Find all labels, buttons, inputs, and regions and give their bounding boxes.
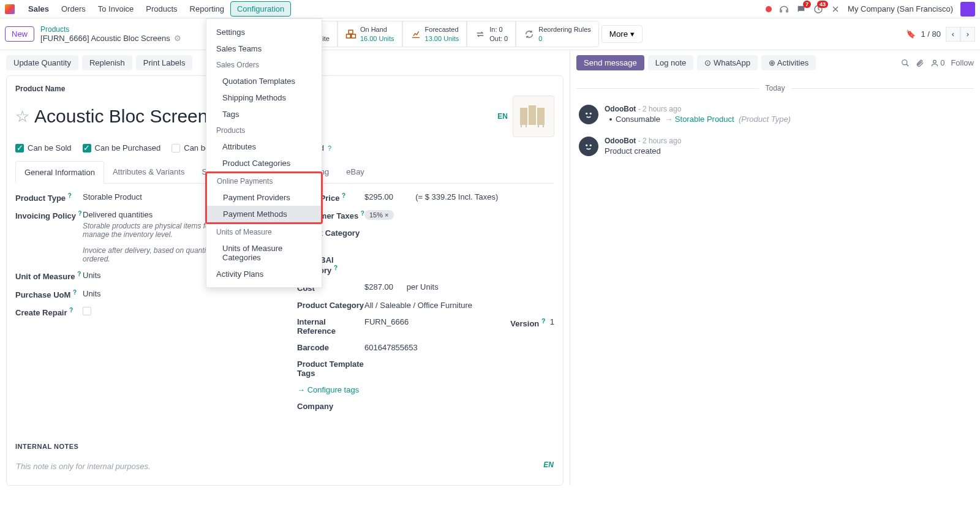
breadcrumb-current: [FURN_6666] Acoustic Bloc Screens xyxy=(40,34,170,43)
print-labels-button[interactable]: Print Labels xyxy=(136,55,193,70)
breadcrumb-parent[interactable]: Products xyxy=(40,25,181,34)
dd-header-online-payments: Online Payments xyxy=(207,173,321,189)
refresh-icon xyxy=(524,29,535,40)
bot-avatar-icon xyxy=(579,137,598,156)
svg-point-18 xyxy=(590,145,592,146)
svg-rect-7 xyxy=(529,105,536,125)
pager-text: 1 / 80 xyxy=(921,29,941,39)
new-button[interactable]: New xyxy=(5,26,34,42)
create-repair-checkbox[interactable] xyxy=(83,307,91,317)
nav-configuration[interactable]: Configuration xyxy=(230,1,291,17)
check-can-be-purchased[interactable]: ✓Can be Purchased xyxy=(83,143,161,152)
headset-icon[interactable] xyxy=(779,4,789,14)
whatsapp-button[interactable]: ⊙ WhatsApp xyxy=(697,55,758,70)
dd-header-products: Products xyxy=(206,122,322,138)
svg-rect-8 xyxy=(537,108,545,125)
update-quantity-button[interactable]: Update Quantity xyxy=(6,55,78,70)
product-category-value[interactable]: All / Saleable / Office Furniture xyxy=(364,301,472,310)
nav-to-invoice[interactable]: To Invoice xyxy=(92,1,140,17)
breadcrumb-bar: New Products [FURN_6666] Acoustic Bloc S… xyxy=(0,18,980,50)
dd-payment-methods[interactable]: Payment Methods xyxy=(207,206,321,222)
boxes-icon xyxy=(345,29,356,40)
svg-rect-6 xyxy=(520,108,527,125)
dd-tags[interactable]: Tags xyxy=(206,106,322,122)
purchase-uom-value[interactable]: Units xyxy=(83,289,101,298)
nav-orders[interactable]: Orders xyxy=(55,1,92,17)
dd-header-sales-orders: Sales Orders xyxy=(206,57,322,73)
bookmark-icon[interactable]: 🔖 xyxy=(906,29,916,39)
sales-price-value[interactable]: $295.00 (= $ 339.25 Incl. Taxes) xyxy=(364,192,498,201)
followers-icon[interactable]: 0 xyxy=(930,58,944,67)
search-icon[interactable] xyxy=(901,59,910,67)
gear-icon[interactable]: ⚙ xyxy=(174,34,181,43)
customer-taxes-value[interactable]: 15% × xyxy=(364,210,394,220)
activity-icon[interactable]: 43 xyxy=(813,4,823,14)
product-title[interactable]: Acoustic Bloc Screens xyxy=(34,106,217,127)
internal-notes-input[interactable]: This note is only for internal purposes.… xyxy=(15,456,554,476)
nav-products[interactable]: Products xyxy=(140,1,183,17)
pager-prev[interactable]: ‹ xyxy=(946,27,960,42)
dd-shipping-methods[interactable]: Shipping Methods xyxy=(206,89,322,106)
follow-button[interactable]: Follow xyxy=(951,58,974,67)
cost-value[interactable]: $287.00 per Units xyxy=(364,282,439,291)
more-button[interactable]: More ▾ xyxy=(601,25,643,43)
company-name[interactable]: My Company (San Francisco) xyxy=(848,4,953,13)
chatter: Send message Log note ⊙ WhatsApp ⊕ Activ… xyxy=(570,50,980,486)
product-type-value[interactable]: Storable Product xyxy=(83,192,142,201)
svg-rect-3 xyxy=(346,34,350,38)
tab-attributes[interactable]: Attributes & Variants xyxy=(104,161,194,183)
breadcrumb: Products [FURN_6666] Acoustic Bloc Scree… xyxy=(40,25,181,43)
internal-notes-label: INTERNAL NOTES xyxy=(15,443,554,450)
chat-message: OdooBot - 2 hours ago Consumable → Stora… xyxy=(570,101,980,128)
svg-point-17 xyxy=(586,145,587,146)
notes-lang[interactable]: EN xyxy=(543,460,554,469)
replenish-button[interactable]: Replenish xyxy=(82,55,132,70)
user-avatar[interactable] xyxy=(960,2,975,17)
lang-indicator[interactable]: EN xyxy=(497,112,508,121)
barcode-value[interactable]: 601647855653 xyxy=(364,343,418,352)
dd-quotation-templates[interactable]: Quotation Templates xyxy=(206,73,322,89)
check-can-be-sold[interactable]: ✓Can be Sold xyxy=(15,143,72,152)
stat-onhand[interactable]: On Hand16.00 Units xyxy=(337,21,402,47)
dd-attributes[interactable]: Attributes xyxy=(206,138,322,155)
svg-point-15 xyxy=(586,113,587,115)
checkbox-icon xyxy=(172,144,180,152)
nav-sales[interactable]: Sales xyxy=(22,1,55,17)
recording-indicator-icon xyxy=(766,6,772,12)
configure-tags-link[interactable]: Configure tags xyxy=(297,385,359,394)
svg-point-14 xyxy=(933,60,937,63)
dd-payment-providers[interactable]: Payment Providers xyxy=(207,189,321,206)
highlight-box: Online Payments Payment Providers Paymen… xyxy=(205,171,323,224)
chat-message: OdooBot - 2 hours ago Product created xyxy=(570,133,980,160)
tab-ebay[interactable]: eBay xyxy=(337,161,373,183)
pager-next[interactable]: › xyxy=(960,27,975,42)
nav-reporting[interactable]: Reporting xyxy=(184,1,230,17)
svg-point-16 xyxy=(590,113,592,115)
stat-inout[interactable]: In: 0Out: 0 xyxy=(467,21,516,47)
dd-uom-categories[interactable]: Units of Measure Categories xyxy=(206,240,322,266)
chat-icon[interactable]: 7 xyxy=(796,4,806,14)
uom-value[interactable]: Units xyxy=(83,271,101,280)
chart-icon xyxy=(410,29,421,40)
dd-product-categories[interactable]: Product Categories xyxy=(206,155,322,171)
dd-settings[interactable]: Settings xyxy=(206,24,322,40)
tools-icon[interactable] xyxy=(831,4,840,14)
dd-header-uom: Units of Measure xyxy=(206,224,322,240)
product-image[interactable] xyxy=(513,96,554,137)
send-message-button[interactable]: Send message xyxy=(576,55,644,70)
internal-ref-value[interactable]: FURN_6666Version ? 1 xyxy=(364,317,554,328)
tab-general[interactable]: General Information xyxy=(15,161,104,184)
app-logo-icon[interactable] xyxy=(5,4,15,14)
top-nav: Sales Orders To Invoice Products Reporti… xyxy=(0,0,980,18)
dd-activity-plans[interactable]: Activity Plans xyxy=(206,266,322,282)
chat-separator: Today xyxy=(570,84,980,92)
bot-avatar-icon xyxy=(579,105,598,124)
log-note-button[interactable]: Log note xyxy=(648,55,694,70)
activities-button[interactable]: ⊕ Activities xyxy=(761,55,816,70)
favorite-star-icon[interactable]: ☆ xyxy=(15,107,29,126)
dd-sales-teams[interactable]: Sales Teams xyxy=(206,40,322,57)
stat-forecasted[interactable]: Forecasted13.00 Units xyxy=(402,21,467,47)
stat-reordering[interactable]: Reordering Rules0 xyxy=(516,21,599,47)
attachment-icon[interactable] xyxy=(916,59,924,67)
configuration-dropdown: Settings Sales Teams Sales Orders Quotat… xyxy=(206,18,322,288)
